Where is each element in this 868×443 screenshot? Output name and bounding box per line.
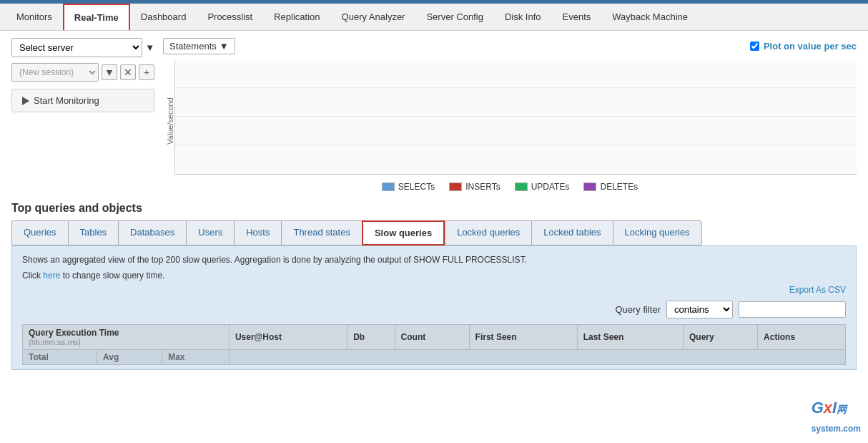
server-select-dropdown-icon: ▼ [145, 42, 154, 53]
layout-row: Select server ▼ {New session} ▼ ✕ + Star… [11, 38, 857, 192]
info-link[interactable]: here [43, 271, 60, 281]
session-dropdown-btn[interactable]: ▼ [102, 64, 117, 80]
tab-users[interactable]: Users [186, 220, 234, 245]
data-table: Query Execution Time (hh:mm:ss.ms) User@… [22, 324, 846, 365]
th-last-seen: Last Seen [577, 325, 683, 350]
grid-line-2 [175, 116, 857, 117]
legend-item-selects: SELECTs [382, 182, 435, 192]
tab-tables[interactable]: Tables [68, 220, 119, 245]
nav-item-query-analyzer[interactable]: Query Analyzer [331, 4, 416, 30]
content-panel: Shows an aggregated view of the top 200 … [11, 245, 857, 370]
header-row-sub: Total Avg Max [23, 350, 846, 365]
nav-item-disk-info[interactable]: Disk Info [494, 4, 552, 30]
th-actions: Actions [758, 325, 846, 350]
nav-item-processlist[interactable]: Processlist [197, 4, 263, 30]
tab-locked-queries[interactable]: Locked queries [445, 220, 531, 245]
play-icon [22, 97, 29, 105]
tab-slow-queries[interactable]: Slow queries [362, 220, 445, 245]
th-first-seen: First Seen [469, 325, 577, 350]
th-total: Total [23, 350, 97, 365]
th-qet-label: Query Execution Time [29, 328, 223, 338]
legend-item-inserts: INSERTs [449, 182, 500, 192]
th-qet-sub: (hh:mm:ss.ms) [29, 338, 223, 346]
start-monitoring-button[interactable]: Start Monitoring [11, 89, 154, 112]
tab-databases[interactable]: Databases [118, 220, 186, 245]
grid-line-1 [175, 145, 857, 145]
plot-value-per-sec: Plot on value per sec [750, 41, 857, 52]
nav-item-events[interactable]: Events [552, 4, 602, 30]
th-db: Db [347, 325, 395, 350]
plot-checkbox[interactable] [750, 42, 759, 51]
session-row: {New session} ▼ ✕ + [11, 63, 154, 82]
info-text-suffix: to change slow query time. [60, 271, 164, 281]
legend-color-updates [515, 182, 528, 191]
legend-label-deletes: DELETEs [600, 182, 638, 192]
chart-area: Value/second [163, 60, 857, 175]
nav-item-replication[interactable]: Replication [263, 4, 330, 30]
info-text-2-row: Click here to change slow query time. [22, 269, 846, 282]
legend-color-inserts [449, 182, 462, 191]
table-header: Query Execution Time (hh:mm:ss.ms) User@… [23, 325, 846, 365]
info-text-prefix: Click [22, 271, 43, 281]
th-user-host: User@Host [229, 325, 347, 350]
start-monitoring-label: Start Monitoring [34, 95, 99, 106]
nav-item-realtime[interactable]: Real-Time [63, 4, 130, 30]
export-row: Export As CSV [22, 285, 846, 295]
filter-input[interactable] [739, 301, 846, 318]
th-max: Max [162, 350, 230, 365]
chart-legend: SELECTsINSERTsUPDATEsDELETEs [163, 182, 857, 192]
legend-label-selects: SELECTs [398, 182, 435, 192]
nav-item-server-config[interactable]: Server Config [415, 4, 493, 30]
export-csv-link[interactable]: Export As CSV [789, 285, 846, 295]
filter-select[interactable]: containsstarts withends withequals [666, 301, 733, 318]
tab-locking-queries[interactable]: Locking queries [613, 220, 702, 245]
info-text: Shows an aggregated view of the top 200 … [22, 253, 846, 266]
tabs-row: QueriesTablesDatabasesUsersHostsThread s… [11, 220, 857, 245]
left-panel: Select server ▼ {New session} ▼ ✕ + Star… [11, 38, 154, 192]
legend-color-deletes [583, 182, 596, 191]
session-close-btn[interactable]: ✕ [120, 64, 136, 80]
nav-item-wayback-machine[interactable]: Wayback Machine [601, 4, 699, 30]
info-text-1: Shows an aggregated view of the top 200 … [22, 255, 527, 265]
filter-label: Query filter [615, 304, 661, 315]
legend-item-deletes: DELETEs [583, 182, 638, 192]
th-query: Query [684, 325, 758, 350]
plot-label: Plot on value per sec [764, 41, 857, 52]
main-content: Select server ▼ {New session} ▼ ✕ + Star… [0, 31, 868, 377]
tab-thread-states[interactable]: Thread states [281, 220, 362, 245]
server-select-wrapper: Select server ▼ [11, 38, 154, 57]
y-axis-label: Value/second [163, 67, 174, 175]
top-navigation: MonitorsReal-TimeDashboardProcesslistRep… [0, 4, 868, 31]
chart-plot [174, 60, 857, 175]
query-filter-row: Query filter containsstarts withends wit… [22, 301, 846, 318]
legend-color-selects [382, 182, 395, 191]
grid-line-3 [175, 87, 857, 88]
th-count: Count [395, 325, 469, 350]
th-avg: Avg [97, 350, 162, 365]
statements-label: Statements [169, 41, 217, 52]
header-row-top: Query Execution Time (hh:mm:ss.ms) User@… [23, 325, 846, 350]
right-panel: Statements ▼ Plot on value per sec Value… [163, 38, 857, 192]
chart-header: Statements ▼ Plot on value per sec [163, 38, 857, 54]
nav-item-dashboard[interactable]: Dashboard [130, 4, 197, 30]
server-select[interactable]: Select server [11, 38, 142, 57]
statements-dropdown-icon: ▼ [220, 41, 229, 52]
nav-item-monitors[interactable]: Monitors [6, 4, 63, 30]
session-add-btn[interactable]: + [139, 64, 154, 80]
tab-hosts[interactable]: Hosts [234, 220, 281, 245]
session-select[interactable]: {New session} [11, 63, 99, 82]
legend-item-updates: UPDATEs [515, 182, 570, 192]
th-spacer [229, 350, 845, 365]
legend-label-inserts: INSERTs [465, 182, 500, 192]
legend-label-updates: UPDATEs [531, 182, 570, 192]
section-title: Top queries and objects [11, 202, 857, 215]
tab-locked-tables[interactable]: Locked tables [531, 220, 612, 245]
th-query-exec-time: Query Execution Time (hh:mm:ss.ms) [23, 325, 230, 350]
tab-queries[interactable]: Queries [11, 220, 68, 245]
statements-dropdown[interactable]: Statements ▼ [163, 38, 235, 54]
